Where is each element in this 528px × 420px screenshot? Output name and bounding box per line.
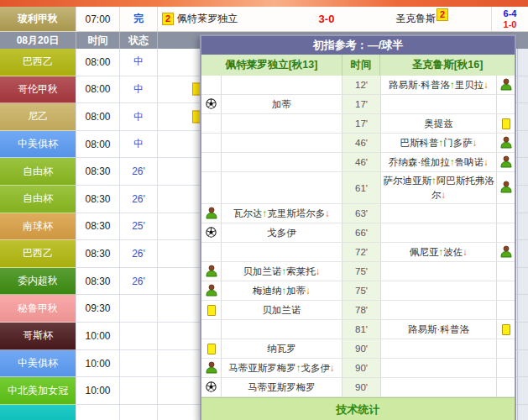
sub-out-arrow-icon: ↓ — [441, 190, 446, 200]
event-minute: 90' — [342, 378, 380, 397]
event-player-text: 瓦尔达↑克里斯塔尔多↓ — [232, 205, 332, 223]
corner-score: 6-4 — [504, 8, 517, 19]
event-row: 瓦尔达↑克里斯塔尔多↓ 63' — [201, 204, 515, 223]
match-time: 08:30 — [76, 186, 119, 213]
event-row: 马蒂亚斯罗梅罗 90' — [201, 378, 515, 397]
event-player-text: 路易斯·科普洛↑里贝拉↓ — [387, 76, 490, 94]
league-badge: 哥斯杯 — [0, 323, 76, 350]
home-team-name: 佩特莱罗独立 — [177, 12, 238, 26]
sub-out-arrow-icon: ↓ — [330, 363, 335, 373]
half-time-score: 1-0 — [504, 19, 517, 30]
event-player-text: 乔纳森·维加拉↑鲁呐诺↓ — [387, 154, 490, 171]
page-top-banner — [0, 0, 528, 7]
substitution-icon — [499, 245, 513, 260]
match-score: 3-0 — [301, 7, 353, 31]
row-right-strip — [517, 131, 528, 159]
row-right-strip — [517, 49, 528, 76]
odds-reference-header: 初指参考：—/球半 — [201, 36, 515, 55]
away-team-name: 圣克鲁斯 — [395, 12, 436, 26]
sub-in-arrow-icon: ↑ — [439, 138, 444, 148]
home-team-cell[interactable]: 2 佩特莱罗独立 — [157, 7, 301, 31]
match-time: 10:00 — [76, 377, 119, 405]
sub-out-arrow-icon: ↓ — [473, 138, 478, 148]
match-status: 26' — [119, 268, 157, 296]
home-event-player-cell: 马蒂亚斯罗梅罗↑戈多伊↓ — [221, 359, 342, 378]
tech-stats-tab[interactable]: 技术统计 — [201, 397, 515, 420]
row-right-strip — [517, 405, 528, 420]
away-event-player-cell — [380, 339, 496, 359]
away-event-player-cell — [380, 301, 496, 320]
popup-home-team-header: 佩特莱罗独立[秋13] — [201, 55, 342, 76]
away-event-icon-cell — [496, 76, 515, 95]
row-right-strip — [517, 295, 528, 323]
row-right-strip — [517, 350, 528, 378]
sub-in-arrow-icon: ↑ — [263, 208, 268, 218]
sub-out-arrow-icon: ↓ — [316, 266, 321, 276]
league-badge: 巴西乙 — [0, 49, 76, 76]
event-row: 戈多伊 66' — [201, 223, 515, 243]
home-event-icon-cell — [201, 95, 221, 114]
row-right-strip — [517, 158, 528, 186]
date-label: 08月20日 — [0, 32, 76, 49]
home-event-player-cell: 纳瓦罗 — [221, 339, 342, 359]
league-badge: 玻利甲秋 — [0, 7, 76, 31]
sub-in-arrow-icon: ↑ — [431, 176, 437, 186]
away-event-icon-cell — [496, 359, 515, 378]
match-detail-popup: 初指参考：—/球半 佩特莱罗独立[秋13] 时间 圣克鲁斯[秋16] 12' 路… — [200, 34, 516, 420]
away-event-player-cell — [380, 359, 496, 378]
away-team-cell[interactable]: 圣克鲁斯 2 — [353, 7, 491, 31]
away-rank-badge: 2 — [437, 8, 448, 21]
away-event-icon-cell — [496, 339, 515, 359]
event-player-text: 巴斯科普↑门多萨↓ — [399, 134, 479, 152]
away-event-icon-cell — [496, 204, 515, 223]
row-right-strip — [517, 240, 528, 268]
substitution-icon — [499, 181, 513, 195]
event-minute: 17' — [342, 95, 380, 114]
away-event-icon-cell — [496, 243, 515, 262]
match-time — [76, 405, 119, 420]
home-event-icon-cell — [201, 153, 221, 172]
away-event-icon-cell — [496, 95, 515, 114]
event-minute: 17' — [342, 114, 380, 134]
event-row: 46' 巴斯科普↑门多萨↓ — [201, 134, 515, 153]
popup-time-header: 时间 — [342, 55, 380, 76]
yellow-card-icon — [207, 344, 216, 354]
home-event-player-cell — [221, 134, 342, 153]
match-time: 08:30 — [76, 158, 119, 186]
popup-team-header-row: 佩特莱罗独立[秋13] 时间 圣克鲁斯[秋16] — [201, 55, 515, 76]
away-event-icon-cell — [496, 320, 515, 339]
match-status: 中 — [119, 49, 157, 76]
yellow-card-icon — [207, 305, 216, 316]
event-list: 12' 路易斯·科普洛↑里贝拉↓ 加蒂 17' 17' 奥提兹 46' 巴斯科普… — [201, 76, 515, 397]
event-minute: 90' — [342, 359, 380, 378]
home-event-icon-cell — [201, 359, 221, 378]
featured-match-row[interactable]: 玻利甲秋 07:00 完 2 佩特莱罗独立 3-0 圣克鲁斯 2 6-4 1-0 — [0, 7, 528, 32]
match-status: 26' — [119, 186, 157, 213]
substitution-icon — [205, 284, 218, 298]
away-event-player-cell: 巴斯科普↑门多萨↓ — [380, 134, 496, 153]
home-event-icon-cell — [201, 262, 221, 281]
home-event-icon-cell — [201, 172, 221, 204]
league-badge: 哥伦甲秋 — [0, 76, 76, 104]
match-status: 中 — [119, 131, 157, 159]
event-row: 贝加兰诺↑索莱托↓ 75' — [201, 262, 515, 281]
home-rank-badge: 2 — [162, 13, 174, 25]
substitution-icon — [499, 78, 513, 92]
away-event-player-cell — [380, 223, 496, 243]
match-status: 26' — [119, 158, 157, 186]
soccer-ball-icon — [206, 98, 217, 111]
event-minute: 75' — [342, 281, 380, 301]
league-badge: 中美俱杯 — [0, 350, 76, 378]
match-time: 08:30 — [76, 240, 119, 268]
row-right-strip — [517, 377, 528, 405]
event-row: 72' 佩尼亚↑波佐↓ — [201, 243, 515, 262]
home-event-icon-cell — [201, 339, 221, 359]
away-event-icon-cell — [496, 378, 515, 397]
league-badge: 中北美加女冠 — [0, 377, 76, 405]
away-event-player-cell — [380, 378, 496, 397]
home-event-player-cell — [221, 320, 342, 339]
match-time: 08:00 — [76, 103, 119, 131]
event-row: 贝加兰诺 78' — [201, 301, 515, 320]
event-player-text: 奥提兹 — [422, 115, 455, 133]
away-event-icon-cell — [496, 153, 515, 172]
